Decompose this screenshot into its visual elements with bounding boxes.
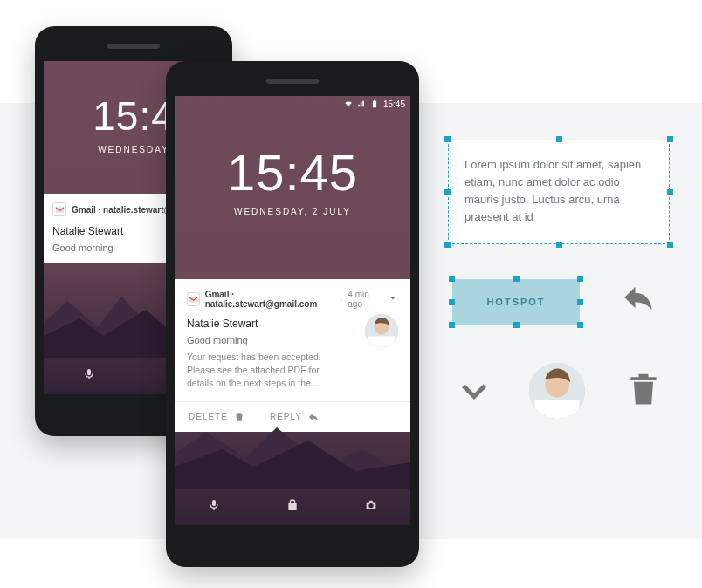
- resize-handle[interactable]: [513, 322, 520, 328]
- lockscreen-actions: [175, 489, 410, 525]
- hotspot-selection-handles: [452, 279, 580, 325]
- avatar-element[interactable]: [529, 363, 585, 419]
- clock-date: WEDNESDAY, 2 JULY: [175, 207, 410, 216]
- resize-handle[interactable]: [577, 276, 583, 282]
- gmail-icon: [187, 292, 200, 306]
- mic-icon[interactable]: [207, 498, 221, 516]
- battery-icon: [370, 99, 379, 108]
- phone-screen: 15:45 15:45 WEDNESDAY, 2 JULY Gmail · na…: [175, 96, 410, 525]
- resize-handle[interactable]: [513, 276, 520, 282]
- chevron-down-icon[interactable]: [456, 375, 492, 412]
- resize-handle[interactable]: [577, 322, 583, 328]
- notification-app-title: Gmail · natalie.stewart@g: [72, 205, 177, 215]
- sender-avatar: [365, 314, 398, 347]
- resize-handle[interactable]: [449, 299, 455, 305]
- resize-handle[interactable]: [556, 242, 562, 248]
- trash-icon[interactable]: [624, 366, 663, 414]
- resize-handle[interactable]: [449, 322, 455, 328]
- notification-card-expanded[interactable]: Gmail · natalie.stewart@gmail.com · 4 mi…: [175, 279, 410, 432]
- notification-app-title: Gmail · natalie.stewart@gmail.com: [205, 290, 335, 309]
- mic-icon[interactable]: [82, 367, 96, 385]
- resize-handle[interactable]: [449, 276, 455, 282]
- lockscreen-clock: 15:45 WEDNESDAY, 2 JULY: [175, 143, 410, 216]
- text-selection-handles: [448, 140, 670, 244]
- notification-body: Your request has been accepted. Please s…: [187, 351, 344, 391]
- resize-handle[interactable]: [577, 299, 583, 305]
- wifi-icon: [344, 99, 353, 108]
- separator-dot: ·: [341, 295, 343, 304]
- resize-handle[interactable]: [667, 189, 673, 195]
- lock-icon[interactable]: [286, 498, 299, 516]
- resize-handle[interactable]: [444, 189, 451, 195]
- wallpaper-mountains: [175, 410, 410, 489]
- signal-icon: [357, 99, 366, 108]
- resize-handle[interactable]: [667, 242, 673, 248]
- phone-speaker: [266, 79, 319, 84]
- clock-time: 15:45: [175, 143, 410, 202]
- gmail-icon: [52, 202, 66, 216]
- resize-handle[interactable]: [444, 136, 451, 142]
- status-bar: 15:45: [344, 96, 405, 112]
- resize-handle[interactable]: [444, 242, 451, 248]
- phone-speaker: [107, 44, 160, 49]
- svg-rect-2: [368, 336, 395, 347]
- collapse-chevron-icon[interactable]: [388, 293, 398, 305]
- status-time: 15:45: [383, 99, 405, 109]
- reply-icon[interactable]: [616, 279, 661, 316]
- resize-handle[interactable]: [667, 136, 673, 142]
- notification-age: 4 min ago: [348, 290, 382, 309]
- camera-icon[interactable]: [364, 498, 378, 516]
- phone-mockup-expanded: 15:45 15:45 WEDNESDAY, 2 JULY Gmail · na…: [166, 61, 419, 567]
- resize-handle[interactable]: [556, 136, 562, 142]
